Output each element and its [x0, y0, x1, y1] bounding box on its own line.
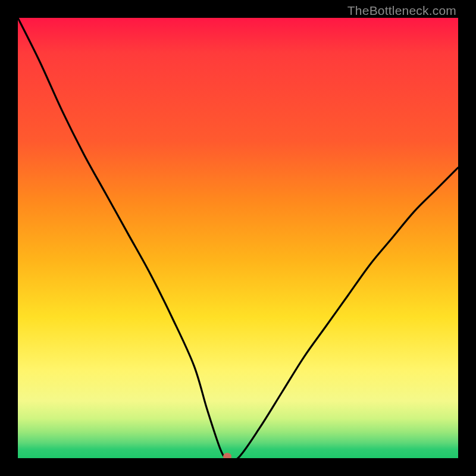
watermark-text: TheBottleneck.com [347, 4, 456, 18]
chart-stage: TheBottleneck.com [0, 0, 476, 476]
bottleneck-curve-path [18, 18, 458, 458]
plot-area [18, 18, 458, 458]
optimum-marker [223, 453, 231, 458]
bottleneck-curve [18, 18, 458, 458]
